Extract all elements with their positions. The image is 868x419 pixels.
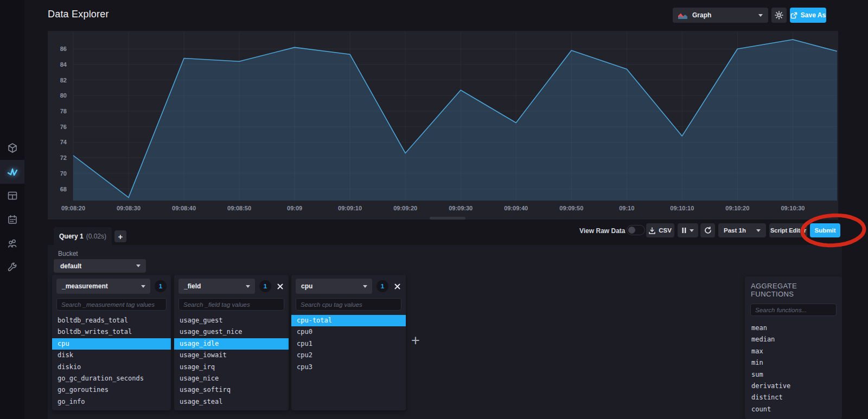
svg-text:09:09:10: 09:09:10 xyxy=(338,205,362,211)
tag-value-boltdb_reads_total[interactable]: boltdb_reads_total xyxy=(52,315,171,326)
aggregate-functions-title: AGGREGATE FUNCTIONS xyxy=(751,282,837,298)
time-range-dropdown[interactable]: Past 1h xyxy=(718,223,766,237)
tag-value-usage_steal[interactable]: usage_steal xyxy=(174,396,289,408)
area-chart-icon xyxy=(678,12,688,19)
tag-value-cpu1[interactable]: cpu1 xyxy=(291,338,406,350)
right-gutter xyxy=(842,31,868,419)
function-max[interactable]: max xyxy=(750,346,837,357)
tag-value-go_info[interactable]: go_info xyxy=(52,396,171,408)
tag-value-usage_nice[interactable]: usage_nice xyxy=(174,373,289,384)
csv-download-button[interactable]: CSV xyxy=(646,223,674,237)
refresh-button[interactable] xyxy=(700,223,715,237)
tag-value-search-input[interactable] xyxy=(296,298,401,311)
selected-count-badge: 1 xyxy=(155,280,167,292)
tag-value-usage_guest[interactable]: usage_guest xyxy=(174,315,289,326)
tag-value-cpu[interactable]: cpu xyxy=(52,338,171,350)
svg-text:09:10:10: 09:10:10 xyxy=(670,205,694,211)
tag-value-go_goroutines[interactable]: go_goroutines xyxy=(52,384,171,396)
pause-icon xyxy=(682,228,686,233)
tag-key-label: _measurement xyxy=(62,282,108,290)
close-icon[interactable] xyxy=(393,282,401,291)
refresh-icon xyxy=(704,227,712,234)
tag-value-search-input[interactable] xyxy=(56,298,167,311)
chevron-down-icon xyxy=(246,285,250,288)
tag-value-disk[interactable]: disk xyxy=(52,350,171,361)
tag-value-search-input[interactable] xyxy=(178,298,284,311)
svg-text:09:09:30: 09:09:30 xyxy=(449,205,473,211)
tag-value-cpu0[interactable]: cpu0 xyxy=(291,326,406,338)
graph-pulse-icon xyxy=(7,166,18,178)
time-range-label: Past 1h xyxy=(724,227,746,234)
tag-key-label: _field xyxy=(184,282,201,290)
tag-value-cpu-total[interactable]: cpu-total xyxy=(291,315,406,326)
tag-value-cpu2[interactable]: cpu2 xyxy=(291,350,406,361)
script-editor-button[interactable]: Script Editor xyxy=(769,223,807,237)
svg-text:09:10: 09:10 xyxy=(619,205,634,211)
add-filter-card-button[interactable]: + xyxy=(408,333,423,348)
svg-text:76: 76 xyxy=(60,124,67,130)
tag-key-dropdown[interactable]: cpu xyxy=(296,279,372,294)
chevron-down-icon xyxy=(141,285,145,288)
view-raw-data-toggle[interactable] xyxy=(627,225,645,235)
filter-card-header: _measurement 1 xyxy=(56,279,167,294)
chevron-down-icon xyxy=(758,14,763,17)
tag-value-list: usage_guestusage_guest_niceusage_idleusa… xyxy=(174,315,289,408)
users-icon xyxy=(7,238,18,249)
tag-value-go_gc_duration_seconds[interactable]: go_gc_duration_seconds xyxy=(52,373,171,384)
tag-key-dropdown[interactable]: _measurement xyxy=(56,279,150,294)
sidebar-item-settings[interactable] xyxy=(0,255,24,279)
submit-button[interactable]: Submit xyxy=(810,223,840,237)
settings-gear-button[interactable] xyxy=(771,8,787,23)
gear-icon xyxy=(775,11,783,20)
tag-key-dropdown[interactable]: _field xyxy=(178,279,255,294)
chart-canvas[interactable]: 09:08:2009:08:3009:08:4009:08:5009:0909:… xyxy=(48,31,838,218)
time-series-chart[interactable]: 09:08:2009:08:3009:08:4009:08:5009:0909:… xyxy=(48,31,838,220)
tag-key-label: cpu xyxy=(301,282,312,290)
function-median[interactable]: median xyxy=(750,334,837,345)
tag-value-diskio[interactable]: diskio xyxy=(52,362,171,373)
svg-text:72: 72 xyxy=(60,154,67,161)
aggregate-search-input[interactable] xyxy=(750,304,837,316)
svg-text:09:10:20: 09:10:20 xyxy=(725,205,749,211)
sidebar-item-data-explorer[interactable] xyxy=(0,160,24,184)
filter-card-cpu: cpu 1 cpu-totalcpu0cpu1cpu2cpu3 xyxy=(291,275,406,410)
svg-text:09:08:40: 09:08:40 xyxy=(172,205,196,211)
add-query-button[interactable]: + xyxy=(114,230,126,242)
query-tab[interactable]: Query 1 (0.02s) xyxy=(54,227,112,246)
svg-text:84: 84 xyxy=(60,61,67,68)
save-as-label: Save As xyxy=(801,11,826,19)
download-icon xyxy=(649,227,655,234)
bucket-value: default xyxy=(60,262,81,270)
sidebar-item-organization[interactable] xyxy=(0,231,24,255)
tag-value-cpu3[interactable]: cpu3 xyxy=(291,362,406,373)
pause-button[interactable] xyxy=(678,223,698,237)
svg-text:78: 78 xyxy=(60,108,67,114)
sidebar-item-tasks[interactable] xyxy=(0,208,24,231)
view-raw-data-label: View Raw Data xyxy=(579,227,625,235)
csv-label: CSV xyxy=(659,227,672,234)
tag-value-usage_softirq[interactable]: usage_softirq xyxy=(174,384,289,396)
function-mean[interactable]: mean xyxy=(750,323,837,334)
calendar-icon xyxy=(7,214,18,225)
panel-resize-handle[interactable] xyxy=(430,217,465,220)
sidebar-item-dashboards[interactable] xyxy=(0,184,24,208)
visualization-type-dropdown[interactable]: Graph xyxy=(673,8,768,23)
bucket-dropdown[interactable]: default xyxy=(54,259,146,273)
save-as-button[interactable]: Save As xyxy=(790,8,826,23)
tag-value-usage_iowait[interactable]: usage_iowait xyxy=(174,350,289,361)
bucket-label: Bucket xyxy=(58,250,78,257)
tag-value-usage_irq[interactable]: usage_irq xyxy=(174,362,289,373)
tag-value-boltdb_writes_total[interactable]: boltdb_writes_total xyxy=(52,326,171,338)
sidebar-item-load-data[interactable] xyxy=(0,136,24,160)
tag-value-usage_guest_nice[interactable]: usage_guest_nice xyxy=(174,326,289,338)
svg-text:09:08:50: 09:08:50 xyxy=(227,205,251,211)
tag-value-usage_idle[interactable]: usage_idle xyxy=(174,338,289,350)
function-derivative[interactable]: derivative xyxy=(750,381,837,392)
function-distinct[interactable]: distinct xyxy=(750,392,837,403)
function-count[interactable]: count xyxy=(750,404,837,415)
query-tab-name: Query 1 xyxy=(59,233,84,240)
function-min[interactable]: min xyxy=(750,357,837,369)
close-icon[interactable] xyxy=(276,282,284,291)
function-sum[interactable]: sum xyxy=(750,369,837,381)
selected-count-badge: 1 xyxy=(376,280,388,292)
